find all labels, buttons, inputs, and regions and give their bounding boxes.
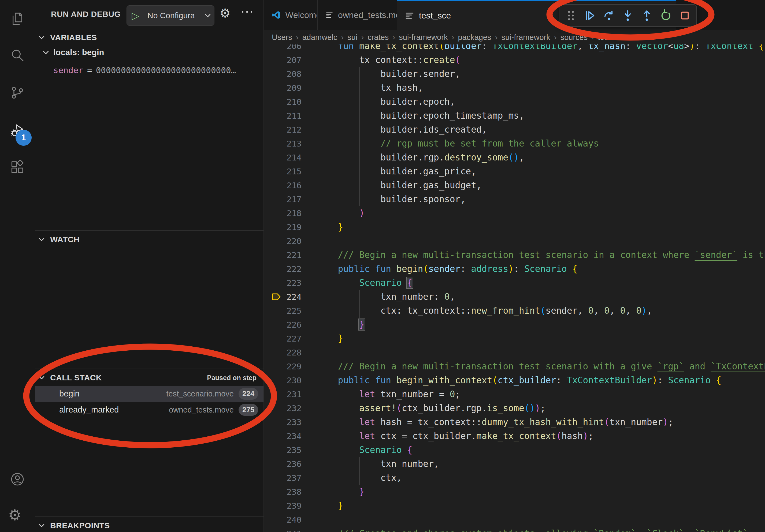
code-line[interactable]: 234 let ctx = ctx_builder.make_tx_contex… [264,429,765,443]
code-text[interactable]: txn_number, [317,457,765,471]
source-control-icon[interactable] [10,85,25,100]
drag-handle-icon[interactable] [563,8,578,23]
line-number[interactable]: 230 [264,374,317,387]
account-icon[interactable] [10,472,25,487]
code-text[interactable] [317,346,765,360]
line-number[interactable]: 240 [264,513,317,527]
debug-config-label[interactable]: No Configura [144,11,204,20]
line-number[interactable]: 218 [264,206,317,220]
code-text[interactable]: public fun begin_with_context(ctx_builde… [317,374,765,387]
code-line[interactable]: 223 Scenario { [264,276,765,290]
code-line[interactable]: 219 } [264,220,765,234]
code-text[interactable]: builder.epoch_timestamp_ms, [317,109,765,123]
code-line[interactable]: 221 /// Begin a new multi-transaction te… [264,248,765,262]
code-line[interactable]: 220 [264,234,765,248]
search-icon[interactable] [10,48,25,63]
code-text[interactable]: Scenario { [317,443,765,457]
code-text[interactable]: builder.rgp.destroy_some(), [317,150,765,164]
code-text[interactable] [317,513,765,527]
code-text[interactable]: builder.sender, [317,67,765,81]
line-number[interactable]: 224 [264,290,317,304]
code-text[interactable]: let txn_number = 0; [317,387,765,401]
code-text[interactable]: } [317,318,765,332]
variable-row[interactable]: sender = 000000000000000000000000000… [53,63,236,77]
breadcrumb-item-file[interactable]: te [620,33,638,42]
line-number[interactable]: 233 [264,415,317,429]
breadcrumb-item[interactable]: sui-framework [399,33,447,42]
debug-settings-gear-icon[interactable]: ⚙ [220,6,231,20]
line-number[interactable]: 221 [264,248,317,262]
code-text[interactable]: /// Begin a new multi-transaction test s… [317,360,765,374]
tab-welcome[interactable]: Welcome [264,0,318,30]
step-out-button[interactable] [639,8,654,23]
code-text[interactable]: /// Begin a new multi-transaction test s… [317,248,765,262]
code-line[interactable]: 230 public fun begin_with_context(ctx_bu… [264,374,765,387]
code-text[interactable]: builder.ids_created, [317,123,765,136]
line-number[interactable]: 234 [264,429,317,443]
line-number[interactable]: 241 [264,527,317,532]
stop-button[interactable] [677,8,692,23]
code-text[interactable]: let hash = tx_context::dummy_tx_hash_wit… [317,415,765,429]
line-number[interactable]: 220 [264,234,317,248]
tab-owned-tests[interactable]: owned_tests.move [318,0,397,30]
variables-scope-row[interactable]: locals: begin [35,46,264,60]
code-line[interactable]: 241 /// Creates and shares system object… [264,527,765,532]
line-number[interactable]: 211 [264,109,317,123]
code-text[interactable]: /// Creates and shares system objects, a… [317,527,765,532]
line-number[interactable]: 214 [264,150,317,164]
code-text[interactable]: tx_hash, [317,81,765,95]
step-into-button[interactable] [620,8,635,23]
code-text[interactable]: builder.sponsor, [317,192,765,206]
code-line[interactable]: 229 /// Begin a new multi-transaction te… [264,360,765,374]
code-line[interactable]: 231 let txn_number = 0; [264,387,765,401]
code-line[interactable]: 214 builder.rgp.destroy_some(), [264,150,765,164]
code-text[interactable]: Scenario { [317,276,765,290]
code-line[interactable]: 209 tx_hash, [264,81,765,95]
line-number[interactable]: 216 [264,178,317,192]
code-text[interactable]: builder.gas_price, [317,164,765,178]
line-number[interactable]: 236 [264,457,317,471]
line-number[interactable]: 226 [264,318,317,332]
line-number[interactable]: 210 [264,95,317,109]
line-number[interactable]: 225 [264,304,317,318]
line-number[interactable]: 219 [264,220,317,234]
line-number[interactable]: 207 [264,53,317,67]
line-number[interactable]: 206 [264,45,317,53]
code-line[interactable]: 226 } [264,318,765,332]
code-line[interactable]: 224 txn_number: 0, [264,290,765,304]
code-line[interactable]: 222 public fun begin(sender: address): S… [264,262,765,276]
explorer-icon[interactable] [10,11,25,26]
code-text[interactable] [317,234,765,248]
breadcrumb-item[interactable]: packages [458,33,491,42]
line-number[interactable]: 212 [264,123,317,136]
chevron-down-icon[interactable] [204,12,212,19]
code-line[interactable]: 212 builder.ids_created, [264,123,765,136]
code-editor[interactable]: 206 fun make_tx_context(builder: TxConte… [264,45,765,532]
code-text[interactable]: // rgp must be set from the caller alway… [317,136,765,150]
code-line[interactable]: 237 ctx, [264,471,765,485]
code-line[interactable]: 211 builder.epoch_timestamp_ms, [264,109,765,123]
breakpoints-section-header[interactable]: BREAKPOINTS [35,518,264,532]
code-line[interactable]: 235 Scenario { [264,443,765,457]
breadcrumb-item[interactable]: adamwelc [302,33,338,42]
code-line[interactable]: 238 } [264,485,765,499]
line-number[interactable]: 222 [264,262,317,276]
line-number[interactable]: 213 [264,136,317,150]
code-line[interactable]: 218 ) [264,206,765,220]
code-line[interactable]: 215 builder.gas_price, [264,164,765,178]
code-line[interactable]: 206 fun make_tx_context(builder: TxConte… [264,45,765,53]
step-over-button[interactable] [601,8,616,23]
line-number[interactable]: 238 [264,485,317,499]
breadcrumb-item[interactable]: test [598,33,610,42]
code-text[interactable]: fun make_tx_context(builder: TxContextBu… [317,45,765,53]
line-number[interactable]: 209 [264,81,317,95]
breadcrumb-item[interactable]: sources [560,33,588,42]
breadcrumb-item[interactable]: Users [272,33,292,42]
code-text[interactable]: builder.epoch, [317,95,765,109]
callstack-frame[interactable]: already_markedowned_tests.move275 [35,402,264,418]
code-text[interactable]: let ctx = ctx_builder.make_tx_context(ha… [317,429,765,443]
call-stack-section-header[interactable]: CALL STACK Paused on step [35,370,264,385]
code-text[interactable]: } [317,220,765,234]
line-number[interactable]: 232 [264,401,317,415]
code-line[interactable]: 233 let hash = tx_context::dummy_tx_hash… [264,415,765,429]
